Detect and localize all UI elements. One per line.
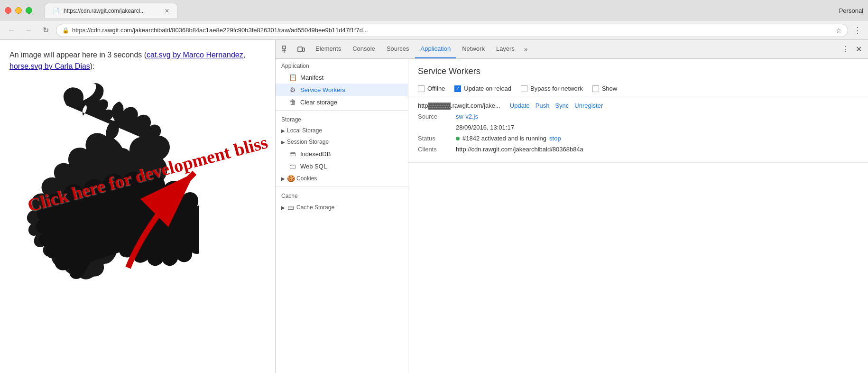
tab-elements[interactable]: Elements — [310, 40, 347, 58]
cookies-arrow: ▶ — [281, 176, 285, 181]
sidebar-item-indexeddb[interactable]: 🗃 IndexedDB — [276, 148, 408, 160]
sw-clients-row: Clients http://cdn.rawgit.com/jakearchib… — [418, 146, 859, 153]
active-tab[interactable]: 📄 https://cdn.rawgit.com/jakearcl... ✕ — [45, 3, 177, 18]
sw-received-value: 28/09/2016, 13:01:17 — [456, 124, 514, 131]
devtools-sidebar: Application 📋 Manifest ⚙ Service Workers… — [276, 59, 408, 373]
update-on-reload-checkbox[interactable]: ✓ — [454, 85, 461, 92]
devtools-body: Application 📋 Manifest ⚙ Service Workers… — [276, 59, 868, 373]
web-sql-label: Web SQL — [300, 163, 327, 170]
tab-bar: 📄 https://cdn.rawgit.com/jakearcl... ✕ — [45, 3, 839, 18]
sidebar-item-manifest[interactable]: 📋 Manifest — [276, 71, 408, 84]
devtools-main-panel: Service Workers Offline ✓ Update on relo… — [408, 59, 868, 373]
sw-update-link[interactable]: Update — [510, 102, 530, 109]
tab-close-button[interactable]: ✕ — [165, 8, 169, 14]
clear-storage-icon: 🗑 — [289, 98, 296, 106]
sw-stop-link[interactable]: stop — [549, 135, 561, 142]
bypass-for-network-label: Bypass for network — [530, 85, 583, 92]
status-indicator — [456, 137, 460, 140]
refresh-button[interactable]: ↻ — [39, 24, 52, 37]
service-workers-label: Service Workers — [300, 86, 345, 93]
bypass-for-network-checkbox[interactable] — [521, 85, 527, 92]
sw-unregister-link[interactable]: Unregister — [574, 102, 603, 109]
sw-push-link[interactable]: Push — [536, 102, 550, 109]
title-bar: 📄 https://cdn.rawgit.com/jakearcl... ✕ P… — [0, 0, 868, 21]
tab-sources[interactable]: Sources — [381, 40, 415, 58]
cache-storage-label: Cache Storage — [296, 204, 334, 211]
sidebar-item-clear-storage[interactable]: 🗑 Clear storage — [276, 96, 408, 108]
sw-status-content: #1842 activated and is running stop — [456, 135, 561, 142]
sw-entry: http▓▓▓▓▓.rawgit.com/jake... Update Push… — [408, 96, 868, 163]
local-storage-group[interactable]: ▶ Local Storage — [276, 125, 408, 136]
show-option: Show — [592, 85, 618, 92]
offline-label: Offline — [427, 85, 445, 92]
tab-console[interactable]: Console — [347, 40, 381, 58]
back-button[interactable]: ← — [5, 24, 18, 37]
tab-more-button[interactable]: » — [520, 46, 531, 53]
cache-storage-group[interactable]: ▶ 🗃 Cache Storage — [276, 201, 408, 214]
devtools-menu-button[interactable]: ⋮ — [840, 44, 851, 55]
offline-option: Offline — [418, 85, 445, 92]
svg-rect-1 — [283, 46, 286, 49]
maximize-button[interactable] — [26, 7, 32, 14]
browser-menu-button[interactable]: ⋮ — [852, 25, 863, 36]
lock-icon: 🔒 — [62, 27, 69, 34]
show-checkbox[interactable] — [592, 85, 599, 92]
page-description: An image will appear here in 3 seconds (… — [9, 49, 266, 72]
url-input[interactable]: 🔒 https://cdn.rawgit.com/jakearchibald/8… — [56, 24, 848, 37]
sw-sync-link[interactable]: Sync — [555, 102, 569, 109]
update-on-reload-label: Update on reload — [464, 85, 511, 92]
tab-layers[interactable]: Layers — [490, 40, 520, 58]
horse-svg-link[interactable]: horse.svg by Carla Dias — [9, 62, 90, 70]
tab-title: https://cdn.rawgit.com/jakearcl... — [64, 8, 161, 14]
show-label: Show — [602, 85, 618, 92]
session-storage-arrow: ▶ — [281, 140, 285, 145]
svg-rect-4 — [298, 47, 302, 52]
devtools-header: Elements Console Sources Application Net… — [276, 40, 868, 59]
close-button[interactable] — [5, 7, 11, 14]
cat-svg-link[interactable]: cat.svg by Marco Hernandez — [147, 51, 243, 59]
sidebar-divider-2 — [276, 186, 408, 187]
cache-storage-arrow: ▶ — [281, 205, 285, 210]
device-toggle-button[interactable] — [295, 43, 308, 56]
sw-status-text: #1842 activated and is running — [462, 135, 546, 142]
indexeddb-icon: 🗃 — [289, 150, 296, 158]
sidebar-item-service-workers[interactable]: ⚙ Service Workers — [276, 84, 408, 96]
sidebar-divider-1 — [276, 110, 408, 111]
source-label: Source — [418, 113, 456, 120]
clear-storage-label: Clear storage — [300, 99, 337, 106]
tab-application[interactable]: Application — [415, 40, 457, 58]
devtools-panel: Elements Console Sources Application Net… — [275, 40, 868, 373]
sidebar-item-web-sql[interactable]: 🗃 Web SQL — [276, 160, 408, 172]
session-storage-group[interactable]: ▶ Session Storage — [276, 136, 408, 148]
offline-checkbox[interactable] — [418, 85, 425, 92]
update-on-reload-option: ✓ Update on reload — [454, 85, 511, 92]
cookies-icon: 🍪 — [287, 175, 295, 182]
status-label: Status — [418, 135, 456, 142]
url-text: https://cdn.rawgit.com/jakearchibald/803… — [72, 27, 368, 34]
sw-source-file-link[interactable]: sw-v2.js — [456, 113, 478, 120]
new-tab-button[interactable] — [179, 4, 194, 18]
cookies-group[interactable]: ▶ 🍪 Cookies — [276, 172, 408, 185]
element-picker-button[interactable] — [279, 43, 293, 56]
profile-label: Personal — [839, 7, 863, 14]
page-text-after: ): — [90, 62, 95, 70]
bypass-for-network-option: Bypass for network — [521, 85, 583, 92]
panel-title: Service Workers — [408, 59, 868, 81]
cookies-label: Cookies — [296, 175, 317, 182]
storage-section-label: Storage — [276, 112, 408, 125]
panel-options: Offline ✓ Update on reload Bypass for ne… — [408, 81, 868, 96]
browser-chrome: 📄 https://cdn.rawgit.com/jakearcl... ✕ P… — [0, 0, 868, 40]
forward-button[interactable]: → — [22, 24, 35, 37]
tab-favicon: 📄 — [53, 8, 60, 14]
bookmark-icon[interactable]: ☆ — [836, 27, 842, 34]
manifest-label: Manifest — [300, 74, 323, 81]
minimize-button[interactable] — [15, 7, 22, 14]
tab-network[interactable]: Network — [456, 40, 490, 58]
devtools-close-button[interactable]: ✕ — [853, 44, 864, 55]
cache-section-label: Cache — [276, 189, 408, 201]
traffic-lights — [5, 7, 32, 14]
devtools-actions: ⋮ ✕ — [840, 44, 864, 55]
indexeddb-label: IndexedDB — [300, 150, 331, 158]
session-storage-label: Session Storage — [287, 139, 329, 145]
sw-received-row: 28/09/2016, 13:01:17 — [418, 124, 859, 131]
